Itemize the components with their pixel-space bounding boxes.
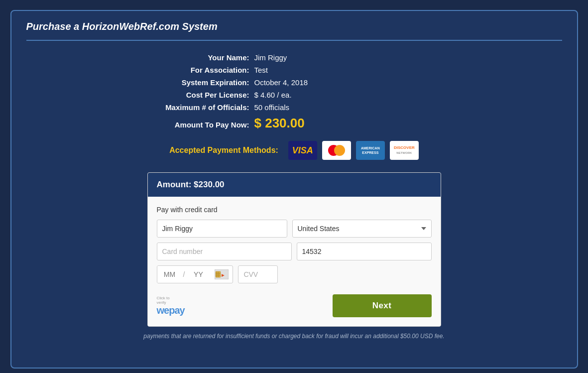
exp-month-input[interactable] — [157, 266, 182, 283]
info-row-officials: Maximum # of Officials: 50 officials — [120, 103, 469, 112]
info-row-cost: Cost Per License: $ 4.60 / ea. — [120, 91, 469, 99]
payment-form-container: Amount: $230.00 Pay with credit card Uni… — [147, 172, 441, 327]
zip-input[interactable] — [297, 243, 432, 260]
form-row-exp-cvv: / ▶ — [157, 265, 432, 283]
svg-rect-2 — [217, 271, 217, 277]
info-row-association: For Association: Test — [120, 66, 469, 74]
label-cost: Cost Per License: — [120, 91, 249, 99]
svg-rect-4 — [216, 273, 221, 274]
exp-year-input[interactable] — [186, 266, 211, 283]
info-table: Your Name: Jim Riggy For Association: Te… — [120, 53, 469, 131]
wepay-logo: Click toverify wepay — [157, 296, 185, 316]
exp-slash: / — [182, 270, 186, 278]
disclaimer-text: payments that are returned for insuffici… — [26, 333, 562, 340]
wepay-click-verify: Click toverify — [157, 296, 170, 305]
value-officials: 50 officials — [254, 103, 290, 112]
mastercard-icon — [322, 141, 351, 160]
wepay-we: we — [157, 305, 169, 316]
label-association: For Association: — [120, 66, 249, 74]
amex-icon: AMERICANEXPRESS — [356, 141, 385, 160]
card-number-input[interactable] — [157, 243, 292, 260]
next-button[interactable]: Next — [333, 294, 432, 317]
payment-methods-row: Accepted Payment Methods: VISA AMERICANE… — [26, 141, 562, 160]
wepay-text: wepay — [157, 305, 185, 316]
svg-rect-5 — [216, 275, 221, 275]
svg-rect-3 — [218, 271, 219, 277]
main-container: Purchase a HorizonWebRef.com System Your… — [10, 10, 578, 369]
card-chip-icon: ▶ — [211, 266, 233, 282]
page-title: Purchase a HorizonWebRef.com System — [26, 21, 562, 32]
credit-card-svg: ▶ — [215, 269, 229, 279]
cvv-input[interactable] — [238, 265, 278, 283]
value-cost: $ 4.60 / ea. — [254, 91, 292, 99]
country-select[interactable]: United States — [292, 220, 432, 238]
form-row-name-country: United States — [157, 220, 432, 238]
form-header: Amount: $230.00 — [148, 173, 441, 197]
expiry-group: / ▶ — [157, 265, 234, 283]
discover-icon: DISCOVERNETWORK — [390, 141, 419, 160]
pay-with-label: Pay with credit card — [157, 206, 432, 214]
payment-methods-label: Accepted Payment Methods: — [169, 146, 278, 155]
label-your-name: Your Name: — [120, 53, 249, 62]
divider — [26, 40, 562, 41]
label-officials: Maximum # of Officials: — [120, 103, 249, 112]
form-row-card-zip — [157, 243, 432, 260]
visa-icon: VISA — [288, 141, 317, 160]
name-input[interactable] — [157, 220, 287, 238]
form-amount-header: Amount: $230.00 — [157, 180, 225, 189]
info-row-expiration: System Expiration: October 4, 2018 — [120, 78, 469, 87]
value-amount: $ 230.00 — [254, 116, 305, 131]
value-association: Test — [254, 66, 268, 74]
label-expiration: System Expiration: — [120, 78, 249, 87]
label-amount: Amount To Pay Now: — [120, 121, 249, 129]
info-row-name: Your Name: Jim Riggy — [120, 53, 469, 62]
value-expiration: October 4, 2018 — [254, 78, 308, 87]
wepay-pay: pay — [169, 305, 184, 316]
form-body: Pay with credit card United States / — [148, 197, 441, 326]
value-your-name: Jim Riggy — [254, 53, 287, 62]
info-row-amount: Amount To Pay Now: $ 230.00 — [120, 116, 469, 131]
form-footer: Click toverify wepay Next — [157, 290, 432, 317]
